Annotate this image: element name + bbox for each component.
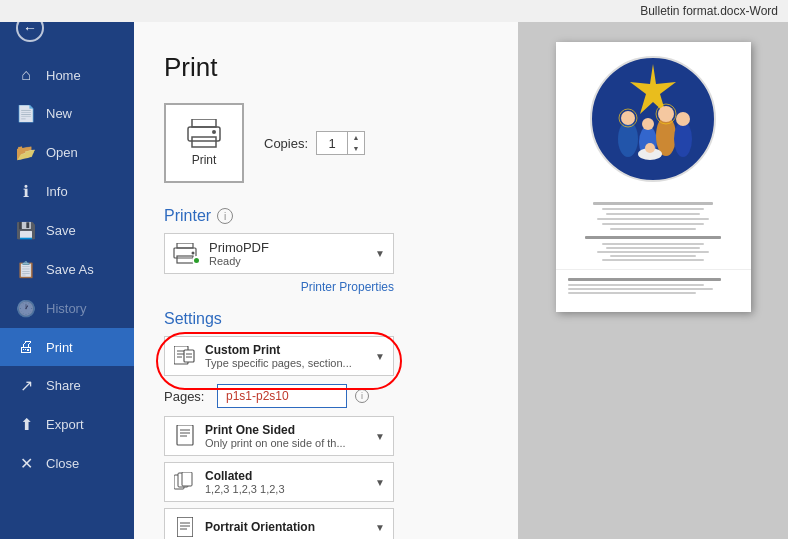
sidebar-item-label: Save [46,223,76,238]
preview-line [597,218,708,220]
copies-spinner[interactable]: 1 ▲ ▼ [316,131,365,155]
collated-label: Collated [205,469,375,483]
portrait-arrow: ▼ [375,522,385,533]
custom-print-icon [173,344,197,368]
copies-down-arrow[interactable]: ▼ [348,143,364,154]
svg-rect-0 [192,119,216,127]
svg-point-29 [621,111,635,125]
sidebar-item-new[interactable]: 📄 New [0,94,134,133]
share-icon: ↗ [16,376,36,395]
custom-print-dropdown[interactable]: Custom Print Type specific pages, sectio… [164,336,394,376]
printer-dropdown[interactable]: PrimoPDF Ready ▼ [164,233,394,274]
sidebar-item-info[interactable]: ℹ Info [0,172,134,211]
pages-label: Pages: [164,389,209,404]
sidebar-item-label: Save As [46,262,94,277]
title-bar-app: Word [750,4,778,18]
copies-value[interactable]: 1 [317,136,347,151]
svg-point-28 [618,121,638,157]
preview-bottom-section [556,269,751,304]
sidebar: ← ⌂ Home 📄 New 📂 Open ℹ Info 💾 Save 📋 Sa… [0,0,134,539]
svg-point-31 [642,118,654,130]
sidebar-item-print[interactable]: 🖨 Print [0,328,134,366]
sidebar-item-open[interactable]: 📂 Open [0,133,134,172]
custom-print-label: Custom Print [205,343,375,357]
collated-text: Collated 1,2,3 1,2,3 1,2,3 [205,469,375,495]
sidebar-item-label: New [46,106,72,121]
svg-point-37 [645,143,655,153]
printer-properties-link[interactable]: Printer Properties [164,280,394,294]
open-icon: 📂 [16,143,36,162]
pages-input[interactable] [217,384,347,408]
portrait-text: Portrait Orientation [205,520,375,534]
sidebar-item-label: History [46,301,86,316]
svg-point-35 [676,112,690,126]
one-sided-desc: Only print on one side of th... [205,437,375,449]
sidebar-item-share[interactable]: ↗ Share [0,366,134,405]
portrait-dropdown[interactable]: Portrait Orientation ▼ [164,508,394,539]
copies-up-arrow[interactable]: ▲ [348,132,364,143]
printer-large-icon [186,119,222,149]
copies-arrows[interactable]: ▲ ▼ [347,132,364,154]
printer-name-text: PrimoPDF [209,240,375,255]
custom-print-desc: Type specific pages, section... [205,357,375,369]
sidebar-item-label: Home [46,68,81,83]
preview-line [610,255,696,257]
preview-pane [518,22,788,539]
preview-page [556,42,751,312]
custom-print-text: Custom Print Type specific pages, sectio… [205,343,375,369]
preview-line [602,208,705,210]
sidebar-item-label: Open [46,145,78,160]
one-sided-label: Print One Sided [205,423,375,437]
svg-rect-1 [188,127,220,141]
printer-status-text: Ready [209,255,375,267]
custom-print-arrow: ▼ [375,351,385,362]
print-icon: 🖨 [16,338,36,356]
copies-label: Copies: [264,136,308,151]
info-icon: ℹ [16,182,36,201]
sidebar-item-save[interactable]: 💾 Save [0,211,134,250]
printer-info-icon[interactable]: i [217,208,233,224]
preview-text-area [556,196,751,269]
preview-line [568,292,696,294]
sidebar-item-home[interactable]: ⌂ Home [0,56,134,94]
portrait-label: Portrait Orientation [205,520,375,534]
sidebar-item-label: Close [46,456,79,471]
preview-line [568,288,713,290]
svg-point-33 [658,106,674,122]
sidebar-item-label: Export [46,417,84,432]
sidebar-item-label: Print [46,340,73,355]
portrait-icon [173,515,197,539]
sidebar-item-export[interactable]: ⬆ Export [0,405,134,444]
preview-circle-area [556,42,751,196]
svg-rect-21 [182,472,192,486]
printer-section-label: Printer [164,207,211,225]
preview-line [597,251,708,253]
printer-small-icon [173,243,201,265]
svg-rect-6 [177,256,193,263]
sidebar-item-save-as[interactable]: 📋 Save As [0,250,134,289]
svg-rect-2 [192,137,216,147]
home-icon: ⌂ [16,66,36,84]
svg-rect-4 [177,243,193,248]
settings-section-label: Settings [164,310,222,328]
pages-info-icon[interactable]: i [355,389,369,403]
one-sided-icon [173,424,197,448]
save-as-icon: 📋 [16,260,36,279]
preview-line [568,284,705,286]
sidebar-item-label: Info [46,184,68,199]
one-sided-text: Print One Sided Only print on one side o… [205,423,375,449]
sidebar-item-history[interactable]: 🕐 History [0,289,134,328]
collated-icon [173,470,197,494]
preview-line [606,247,700,249]
preview-line [602,243,705,245]
preview-bottom-line [568,278,722,281]
print-action-button[interactable]: Print [164,103,244,183]
one-sided-dropdown[interactable]: Print One Sided Only print on one side o… [164,416,394,456]
one-sided-arrow: ▼ [375,431,385,442]
collated-dropdown[interactable]: Collated 1,2,3 1,2,3 1,2,3 ▼ [164,462,394,502]
preview-line [602,259,705,261]
print-button-label: Print [192,153,217,167]
sidebar-item-close[interactable]: ✕ Close [0,444,134,483]
save-icon: 💾 [16,221,36,240]
printer-name-area: PrimoPDF Ready [209,240,375,267]
